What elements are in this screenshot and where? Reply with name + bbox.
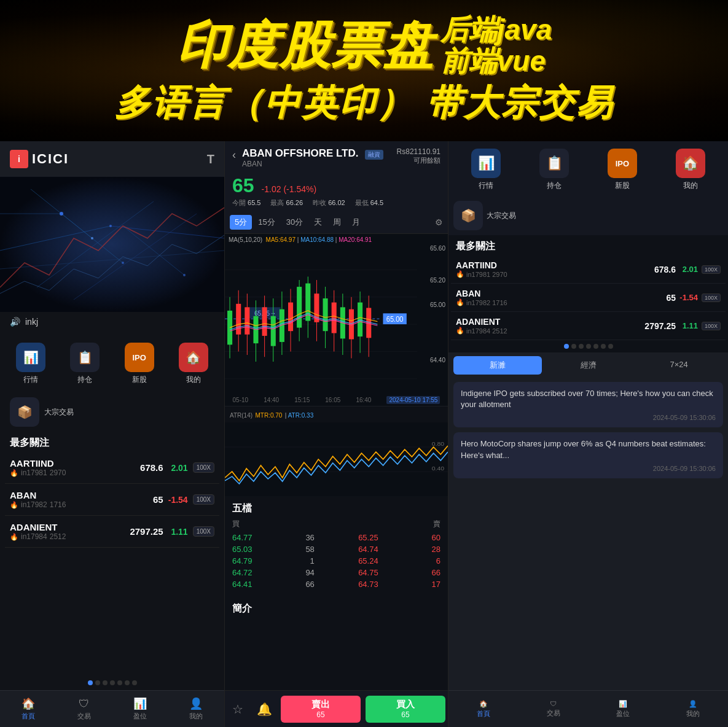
rt-market-icon: 📊: [471, 149, 501, 178]
rdot-3: [579, 344, 584, 349]
rwl-id-2: 🔥 in17982 1716: [456, 298, 639, 306]
right-watchlist-item[interactable]: ABAN 🔥 in17982 1716 65 -1.54 100X: [451, 284, 726, 312]
chart-date-3: 15:15: [294, 397, 310, 403]
news-tab-724[interactable]: 7×24: [635, 356, 723, 375]
bottom-nav-mine[interactable]: 👤 我的: [168, 691, 224, 727]
watchlist-item[interactable]: AARTIIND 🔥 in17981 2970 678.6 2.01 100X: [5, 452, 219, 484]
stock-price-info: Rs821110.91 可用餘額: [397, 147, 440, 165]
rdot-4: [586, 344, 591, 349]
atr-value: ATR:0.33: [288, 412, 314, 419]
stock-name: ABAN OFFSHORE LTD.: [242, 147, 359, 159]
rbn-trade[interactable]: 🛡 交易: [519, 691, 589, 727]
right-section-title: 最多關注: [448, 235, 728, 255]
chart-settings-button[interactable]: ⚙: [435, 217, 443, 227]
bell-button[interactable]: 🔔: [251, 702, 278, 717]
rt-nav-position[interactable]: 📋 持仓: [522, 149, 587, 191]
banner-sub-text: 多语言（中英印） 带大宗交易: [114, 82, 613, 122]
five-level-row: 65.03 58 64.74 28: [232, 543, 440, 555]
wl-price-2: 65: [120, 494, 163, 505]
rwl-change-3: 1.11: [676, 321, 698, 330]
svg-rect-28: [236, 304, 241, 335]
wl-change-2: -1.54: [163, 495, 188, 505]
buy-button[interactable]: 買入 65: [366, 696, 445, 723]
favorite-button[interactable]: ☆: [225, 702, 251, 717]
mine-label: 我的: [186, 375, 201, 385]
back-button[interactable]: ‹: [232, 149, 236, 161]
rwl-price-1: 678.6: [639, 265, 676, 274]
watchlist-item[interactable]: ADANIENT 🔥 in17984 2512 2797.25 1.11 100…: [5, 516, 219, 548]
five-level-row: 64.79 1 65.24 6: [232, 555, 440, 567]
svg-rect-30: [245, 307, 249, 334]
bulk-trade-row[interactable]: 📦 大宗交易: [0, 396, 224, 432]
svg-rect-40: [288, 303, 293, 332]
rwl-id-1: 🔥 in17981 2970: [456, 270, 639, 278]
nav-item-mine[interactable]: 🏠 我的: [168, 338, 219, 390]
rwl-badge-2: 100X: [702, 294, 721, 302]
left-nav-grid: 📊 行情 📋 持仓 IPO 新股 🏠 我的: [0, 332, 224, 396]
stock-header: ‹ ABAN OFFSHORE LTD. 融資 ABAN Rs821110.91…: [225, 141, 448, 172]
svg-rect-34: [262, 307, 267, 336]
buy-price-2: 65.03: [232, 545, 252, 554]
bottom-nav-home[interactable]: 🏠 首頁: [0, 691, 56, 727]
news-tab-economy[interactable]: 經濟: [544, 356, 633, 375]
five-level-header: 買 賣: [232, 519, 440, 529]
fire-icon-1: 🔥: [10, 469, 18, 477]
bottom-nav-trade[interactable]: 🛡 交易: [56, 691, 112, 727]
rt-nav-mine[interactable]: 🏠 我的: [657, 149, 723, 191]
right-watchlist-item[interactable]: AARTIIND 🔥 in17981 2970 678.6 2.01 100X: [451, 255, 726, 284]
brief-section: 簡介: [225, 596, 448, 621]
rt-nav-ipo[interactable]: IPO 新股: [590, 149, 656, 191]
wl-name-block-3: ADANIENT 🔥 in17984 2512: [10, 522, 120, 541]
ma-prefix: MA(5,10,20): [229, 236, 264, 243]
dot-4: [110, 680, 115, 685]
chart-tab-15m[interactable]: 15分: [253, 215, 280, 230]
right-watchlist-item[interactable]: ADANIENT 🔥 in17984 2512 2797.25 1.11 100…: [451, 312, 726, 340]
svg-rect-26: [227, 311, 232, 344]
rt-ipo-label: 新股: [615, 181, 630, 191]
rt-nav-market[interactable]: 📊 行情: [453, 149, 519, 191]
bottom-nav-position[interactable]: 📊 盈位: [112, 691, 168, 727]
sell-button[interactable]: 賣出 65: [281, 696, 361, 723]
wl-id-3: 🔥 in17984 2512: [10, 532, 120, 541]
ma10-label: MA10:64.88: [300, 236, 334, 243]
rbn-mine[interactable]: 👤 我的: [658, 691, 728, 727]
trade-icon: 🛡: [79, 698, 90, 710]
icici-logo: i ICICI: [10, 150, 69, 168]
chart-tab-day[interactable]: 天: [309, 215, 327, 230]
right-panel: 📊 行情 📋 持仓 IPO 新股 🏠 我的 📦 大宗交易 最多關注: [448, 141, 728, 727]
chart-tab-5m[interactable]: 5分: [230, 215, 252, 230]
ma-labels: MA(5,10,20) MA5:64.97 | MA10:64.88 | MA2…: [229, 236, 372, 243]
rbn-position[interactable]: 📊 盈位: [589, 691, 659, 727]
dot-6: [125, 680, 130, 685]
watchlist-item[interactable]: ABAN 🔥 in17982 1716 65 -1.54 100X: [5, 484, 219, 516]
prev-close: 昨收 66.02: [313, 198, 345, 208]
price-row: 65 -1.02 (-1.54%) 今開 65.5 最高 66.26 昨收 66…: [225, 172, 448, 211]
chart-tab-30m[interactable]: 30分: [281, 215, 308, 230]
chart-date-5: 16:40: [356, 397, 371, 403]
candlestick-chart-area: MA(5,10,20) MA5:64.97 | MA10:64.88 | MA2…: [225, 234, 448, 406]
market-icon: 📊: [16, 343, 45, 372]
left-section-title: 最多關注: [0, 432, 224, 452]
sell-price-5: 64.73: [358, 580, 378, 589]
rt-market-label: 行情: [479, 181, 493, 191]
t-button[interactable]: T: [207, 152, 214, 166]
nav-item-ipo[interactable]: IPO 新股: [114, 338, 165, 390]
news-card-1[interactable]: Indigene IPO gets subscribed over 70 tim…: [453, 382, 723, 427]
nav-item-market[interactable]: 📊 行情: [5, 338, 57, 390]
sell-price-2: 64.74: [358, 545, 378, 554]
rdot-1: [564, 344, 569, 349]
mtr-value: MTR:0.70: [256, 412, 283, 419]
svg-rect-50: [332, 303, 337, 333]
rwl-change-2: -1.54: [676, 293, 698, 302]
svg-text:0.40: 0.40: [432, 465, 445, 472]
rwl-name-1: AARTIIND: [456, 260, 639, 270]
right-bulk-row[interactable]: 📦 大宗交易: [448, 198, 728, 235]
price-level-4: 64.40: [430, 357, 445, 364]
nav-item-position[interactable]: 📋 持仓: [59, 338, 111, 390]
news-card-2[interactable]: Hero MotoCorp shares jump over 6% as Q4 …: [453, 432, 723, 478]
rbn-home[interactable]: 🏠 首頁: [448, 691, 519, 727]
news-tab-latest[interactable]: 新濉: [453, 356, 542, 375]
chart-tab-month[interactable]: 月: [347, 215, 365, 230]
candlestick-svg: 65.45→ 65.00: [225, 243, 417, 392]
chart-tab-week[interactable]: 周: [328, 215, 346, 230]
